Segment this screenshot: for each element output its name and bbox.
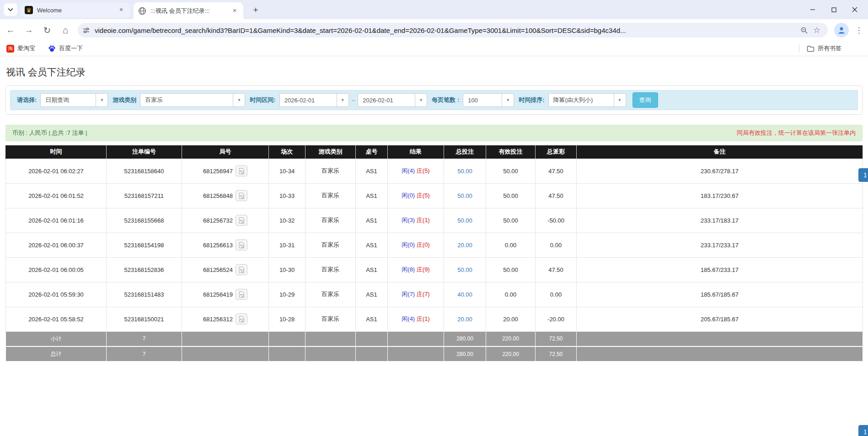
page-title: 视讯 会员下注纪录	[0, 56, 868, 79]
sort-label: 时间排序:	[519, 96, 544, 104]
baidu-paw-icon	[48, 45, 56, 53]
cell-round-id: 681256848	[182, 183, 269, 208]
bookmark-star-button[interactable]: ☆	[810, 24, 823, 37]
cell-bet-id: 523168157211	[107, 183, 182, 208]
sort-select[interactable]: 降冪(由大到小) ▼	[548, 93, 626, 107]
all-bookmarks-button[interactable]: 所有书签	[807, 44, 855, 53]
search-button[interactable]: 查询	[632, 92, 658, 108]
filter-panel: 请选择: 日期查询 ▼ 游戏类别 百家乐 ▼ 时间区间: 2026-02-01 …	[5, 85, 863, 115]
chevron-down-icon	[8, 8, 13, 11]
bookmark-baidu[interactable]: 百度一下	[48, 44, 83, 53]
total-bet-link[interactable]: 50.00	[457, 192, 472, 199]
table-row: 2026-02-01 06:02:27523168158640681256947…	[6, 159, 863, 183]
cell-game-type: 百家乐	[305, 183, 356, 208]
address-bar[interactable]: videoie.com/game/betrecord_search/kind3?…	[78, 23, 828, 37]
cell-payout: 47.50	[536, 183, 577, 208]
result-banker: 庄(1)	[417, 315, 430, 322]
filter-bar: 请选择: 日期查询 ▼ 游戏类别 百家乐 ▼ 时间区间: 2026-02-01 …	[10, 90, 858, 110]
minimize-icon	[810, 7, 815, 12]
total-bet-link[interactable]: 50.00	[457, 266, 472, 273]
site-settings-icon[interactable]	[82, 27, 90, 34]
video-replay-button[interactable]	[236, 289, 247, 300]
new-tab-button[interactable]: +	[250, 4, 262, 16]
query-type-select[interactable]: 日期查询 ▼	[40, 93, 108, 107]
cell-result: 闲(7) 庄(7)	[388, 282, 444, 307]
total-bet-link[interactable]: 50.00	[457, 217, 472, 224]
caret-down-icon: ▼	[96, 94, 107, 106]
video-replay-button[interactable]	[236, 314, 247, 324]
zoom-page-button[interactable]	[798, 24, 810, 37]
video-replay-button[interactable]	[236, 215, 247, 226]
tab-search-button[interactable]	[4, 3, 17, 16]
cell-result: 闲(0) 庄(0)	[388, 233, 444, 257]
tab-bet-record[interactable]: :::视讯 会员下注纪录::: ×	[134, 2, 243, 19]
cell-total-bet: 20.00	[444, 307, 486, 331]
cell-total-bet: 50.00	[444, 208, 486, 233]
round-id-text: 681256732	[203, 217, 233, 224]
close-window-button[interactable]	[844, 3, 865, 16]
profile-avatar[interactable]	[834, 23, 849, 37]
total-bet-link[interactable]: 20.00	[457, 242, 472, 249]
welcome-favicon: ♛	[25, 6, 33, 14]
total-bet-link[interactable]: 40.00	[457, 291, 472, 298]
home-icon: ⌂	[63, 25, 69, 36]
video-replay-button[interactable]	[236, 239, 247, 250]
browser-menu-button[interactable]: ⋮	[854, 26, 863, 35]
round-id-text: 681256312	[203, 316, 233, 323]
summary-note-text: 同局有效投注，统一计算在该局第一张注单内	[737, 129, 856, 137]
date-range-label: 时间区间:	[250, 96, 275, 104]
video-replay-button[interactable]	[236, 264, 247, 275]
bookmark-taobao[interactable]: 淘 爱淘宝	[6, 44, 35, 53]
game-type-select[interactable]: 百家乐 ▼	[140, 93, 245, 107]
result-banker: 庄(1)	[417, 217, 430, 223]
total-bet-link[interactable]: 50.00	[457, 168, 472, 175]
cell-session: 10-28	[269, 307, 305, 331]
cell-game-type: 百家乐	[305, 233, 356, 257]
cell-table-no: AS1	[356, 257, 388, 282]
back-icon: ←	[6, 25, 15, 35]
video-camera-icon	[238, 242, 245, 249]
url-text[interactable]: videoie.com/game/betrecord_search/kind3?…	[95, 27, 798, 34]
pagination-page-1-bottom[interactable]: 1	[858, 425, 868, 436]
cell-note: 185.67/185.67	[577, 282, 863, 307]
result-player: 闲(7)	[402, 291, 415, 298]
kebab-menu-icon: ⋮	[855, 26, 863, 35]
home-button[interactable]: ⌂	[58, 22, 73, 38]
caret-down-icon: ▼	[415, 94, 427, 106]
pagination-page-1-top[interactable]: 1	[858, 168, 868, 182]
total-payout: 72.50	[536, 346, 577, 362]
select-type-label: 请选择:	[17, 96, 37, 104]
cell-result: 闲(8) 庄(9)	[388, 257, 444, 282]
result-player: 闲(3)	[402, 217, 415, 223]
cell-bet-id: 523168152836	[107, 257, 182, 282]
table-row: 2026-02-01 05:59:30523168151483681256419…	[6, 282, 863, 307]
col-bet-id: 注单编号	[107, 145, 182, 159]
tab-close-icon[interactable]: ×	[230, 7, 239, 15]
tab-close-icon[interactable]: ×	[117, 6, 125, 14]
date-end-select[interactable]: 2026-02-01 ▼	[358, 93, 427, 107]
forward-button[interactable]: →	[21, 22, 37, 38]
video-replay-button[interactable]	[236, 190, 247, 201]
minimize-button[interactable]	[802, 3, 823, 16]
per-page-select[interactable]: 100 ▼	[463, 93, 514, 107]
cell-total-bet: 50.00	[444, 257, 486, 282]
cell-valid-bet: 0.00	[486, 282, 536, 307]
date-start-select[interactable]: 2026-02-01 ▼	[279, 93, 349, 107]
video-replay-button[interactable]	[236, 165, 247, 176]
total-bet-link[interactable]: 20.00	[457, 316, 472, 323]
col-note: 备注	[577, 145, 863, 159]
bookmarks-right: 所有书签	[799, 44, 868, 53]
reload-button[interactable]: ↻	[39, 22, 55, 38]
all-bookmarks-label: 所有书签	[818, 44, 841, 53]
query-type-value: 日期查询	[41, 96, 96, 104]
tab-welcome[interactable]: ♛ Welcome ×	[20, 3, 130, 17]
round-id-text: 681256947	[203, 168, 233, 175]
table-row: 2026-02-01 06:00:37523168154198681256613…	[6, 233, 863, 257]
col-valid-bet: 有效投注	[486, 145, 536, 159]
result-player: 闲(8)	[402, 266, 415, 273]
maximize-button[interactable]	[823, 3, 844, 16]
subtotal-valid-bet: 220.00	[486, 331, 536, 346]
back-button[interactable]: ←	[3, 22, 18, 38]
cell-valid-bet: 0.00	[486, 233, 536, 257]
round-id-text: 681256419	[203, 291, 233, 298]
